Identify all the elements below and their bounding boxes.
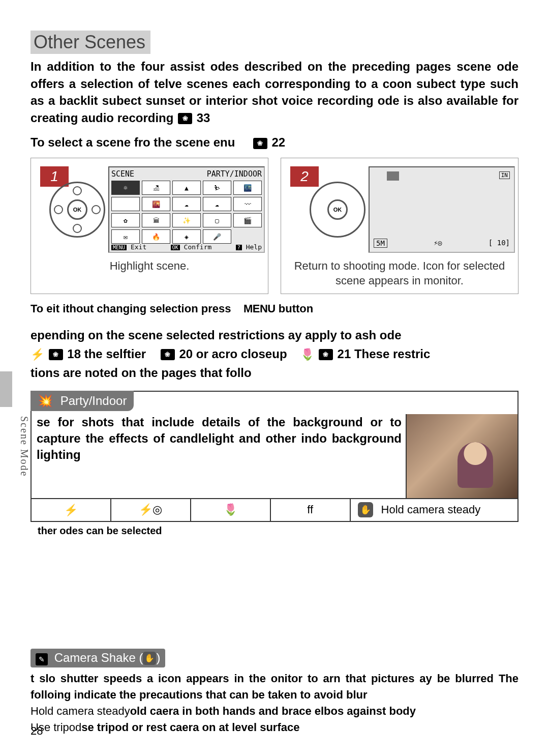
shake-body: t slo shutter speeds a icon appears in t… [30,671,518,736]
other-modes-note: ther odes can be selected [30,525,518,537]
section-title: Other Scenes [30,31,150,54]
footer-exit: Exit [131,243,146,251]
footer-macro: 🌷 [191,499,271,521]
step-caption: Return to shooting mode. Icon for select… [281,256,518,289]
footer-hold: Hold camera steady [351,499,517,521]
scene-box: 💥 Party/Indoor se for shots that include… [30,391,518,522]
scene-photo [406,414,517,498]
flash-icon: ⚡ [30,346,44,363]
reference-icon: ❀ [178,113,192,124]
dep-macro: or acro closeup [196,347,287,361]
scene-tab: 💥 Party/Indoor [30,391,134,411]
intro-ref: 33 [197,111,210,125]
shake-row1-text: old caera in both hands and brace elbos … [130,705,416,717]
shake-title-close: ) [156,651,160,664]
screen-header-left: SCENE [111,169,134,179]
shake-title: Camera Shake ( [54,651,143,664]
camera-screen: IN 5M ⚡◎ [ 10] [369,166,515,253]
scene-description: se for shots that include details of the… [37,414,406,498]
scene-tab-label: Party/Indoor [60,394,127,408]
ref18: 18 [67,347,81,361]
scene-footer: ⚡ ⚡◎ 🌷 ff Hold camera steady [32,498,517,521]
scene-indicator-icon [387,171,399,181]
side-label: Scene Mode [18,416,30,477]
in-badge: IN [499,171,510,179]
steps-row: 1 SCENE PARTY/INDOOR ☼🏖▲⛷🌃 🌇☁☁〰 ✿🏛✨▢🎬 ✉🔥… [30,158,518,294]
step-2: 2 IN 5M ⚡◎ [ 10] Return to shooting mode… [281,158,518,294]
exit-pre: To eit ithout changing selection press [30,302,231,315]
page-number: 28 [30,724,43,738]
dep-l1: epending on the scene selected restricti… [30,328,402,342]
hold-label: Hold camera steady [381,503,481,516]
party-indoor-icon: 💥 [38,394,53,408]
ref20: 20 [179,347,193,361]
exit-line: To eit ithout changing selection press M… [30,302,518,315]
footer-flash: ⚡ [32,499,111,521]
step-caption: Highlight scene. [31,256,268,275]
multi-selector-icon [310,182,365,238]
hand-icon: ✋ [143,652,156,665]
exit-post: button [279,302,313,315]
shake-row2-text: se tripod or rest caera on at level surf… [81,721,299,734]
multi-selector-icon [49,182,105,238]
footer-confirm: Confirm [184,243,212,251]
screen-header-right: PARTY/INDOOR [207,169,262,179]
reference-icon: ❀ [161,349,175,360]
hand-icon [358,502,373,517]
shots-remaining: [ 10] [489,239,510,248]
ref21: 21 [338,347,351,361]
step-number: 1 [40,166,69,187]
footer-help: Help [246,243,262,251]
select-ref: 22 [271,135,285,149]
footer-ff: ff [271,499,351,521]
dep-l3: tions are noted on the pages that follo [30,366,252,380]
shake-text: t slo shutter speeds a icon appears in t… [30,672,518,701]
side-tab [0,371,12,407]
camera-screen: SCENE PARTY/INDOOR ☼🏖▲⛷🌃 🌇☁☁〰 ✿🏛✨▢🎬 ✉🔥◈🎤… [108,166,265,253]
step-1: 1 SCENE PARTY/INDOOR ☼🏖▲⛷🌃 🌇☁☁〰 ✿🏛✨▢🎬 ✉🔥… [30,158,268,294]
step-number: 2 [290,166,319,187]
footer-flash-mode: ⚡◎ [111,499,191,521]
shake-header: ✎ Camera Shake (✋) [30,649,165,667]
depending-paragraph: epending on the scene selected restricti… [30,326,518,383]
reference-icon: ❀ [253,138,267,149]
shake-row1-label: Hold camera steady [30,705,130,717]
resolution-label: 5M [374,239,387,248]
reference-icon: ❀ [49,349,63,360]
intro-paragraph: In addition to the four assist odes desc… [30,58,518,126]
macro-icon: 🌷 [300,346,314,363]
select-text: To select a scene fro the scene enu [30,135,235,149]
dep-self: the selftier [84,347,146,361]
reference-icon: ❀ [319,349,333,360]
menu-label: MENU [243,302,276,315]
dep-end: These restric [354,347,430,361]
pencil-icon: ✎ [36,653,48,665]
flash-mode-label: ⚡◎ [434,239,442,248]
intro-text: In addition to the four assist odes desc… [30,60,518,125]
scene-icon-grid: ☼🏖▲⛷🌃 🌇☁☁〰 ✿🏛✨▢🎬 ✉🔥◈🎤 [111,181,262,244]
select-scene-line: To select a scene fro the scene enu ❀ 22 [30,135,518,150]
camera-shake-section: ✎ Camera Shake (✋) t slo shutter speeds … [30,649,518,736]
